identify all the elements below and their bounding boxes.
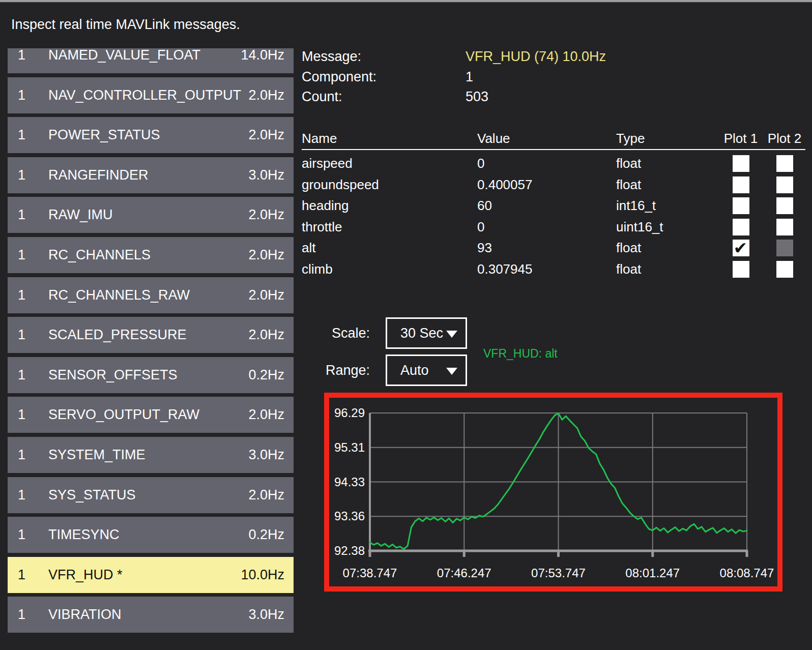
sidebar-item-sensor-offsets[interactable]: 1SENSOR_OFFSETS0.2Hz [8,357,294,393]
message-count: 1 [18,517,25,553]
chevron-down-icon [446,331,457,338]
plot1-cell [718,261,764,278]
field-value: 0.307945 [477,259,616,280]
message-name: VFR_HUD * [48,557,123,593]
message-count: 1 [18,597,25,633]
field-value: 0 [477,217,616,238]
message-rate: 2.0Hz [248,197,284,233]
message-rate: 2.0Hz [248,117,284,153]
message-name: NAMED_VALUE_FLOAT [48,48,200,73]
plot2-cell [764,219,805,235]
plot2-checkbox-groundspeed[interactable] [776,176,793,193]
message-rate: 0.2Hz [248,357,284,393]
message-field: Message:VFR_HUD (74) 10.0Hz [302,47,800,67]
plot1-checkbox-groundspeed[interactable] [733,176,749,193]
message-name: RC_CHANNELS [48,237,151,273]
plot2-cell [764,197,805,214]
sidebar-item-rangefinder[interactable]: 1RANGEFINDER3.0Hz [8,157,294,193]
message-rate: 3.0Hz [248,597,284,633]
message-label: Message: [302,47,466,67]
range-dropdown[interactable]: Auto [386,354,467,386]
sidebar-item-rc-channels-raw[interactable]: 1RC_CHANNELS_RAW2.0Hz [8,277,294,313]
sidebar-item-raw-imu[interactable]: 1RAW_IMU2.0Hz [8,197,294,233]
message-rate: 2.0Hz [248,77,284,113]
table-row-heading: heading60int16_t [302,195,805,217]
count-value: 503 [466,89,488,104]
x-tick-label: 07:38.747 [343,566,397,580]
message-count: 1 [18,117,25,153]
sidebar-item-timesync[interactable]: 1TIMESYNC0.2Hz [8,517,294,553]
message-rate: 2.0Hz [248,397,284,433]
col-header-plot1: Plot 1 [718,127,764,150]
message-count: 1 [18,77,25,113]
plot2-checkbox-airspeed[interactable] [776,155,793,172]
message-name: SYSTEM_TIME [48,437,146,473]
sidebar-item-system-time[interactable]: 1SYSTEM_TIME3.0Hz [8,437,294,473]
col-header-name: Name [302,127,477,150]
field-value: 0 [477,153,616,174]
sidebar-item-sys-status[interactable]: 1SYS_STATUS2.0Hz [8,477,294,513]
plot2-checkbox-heading[interactable] [776,197,793,214]
plot1-checkbox-alt-checked[interactable] [733,240,749,256]
plot1-checkbox-heading[interactable] [733,197,749,214]
range-dropdown-value: Auto [400,363,429,378]
x-tick-label: 08:08.747 [720,566,774,580]
message-name: POWER_STATUS [48,117,160,153]
y-tick-label: 96.29 [334,406,365,420]
sidebar-item-scaled-pressure[interactable]: 1SCALED_PRESSURE2.0Hz [8,317,294,353]
message-name: NAV_CONTROLLER_OUTPUT [48,77,241,113]
message-count: 1 [18,197,25,233]
message-name: RANGEFINDER [48,157,149,193]
field-name: climb [302,259,477,280]
plot2-checkbox-climb[interactable] [776,261,793,278]
sidebar-item-servo-output-raw[interactable]: 1SERVO_OUTPUT_RAW2.0Hz [8,397,294,433]
y-tick-label: 93.36 [334,509,365,523]
message-list: 1NAMED_VALUE_FLOAT14.0Hz1NAV_CONTROLLER_… [8,48,294,634]
sidebar-item-vibration[interactable]: 1VIBRATION3.0Hz [8,597,294,633]
sidebar-item-power-status[interactable]: 1POWER_STATUS2.0Hz [8,117,294,153]
message-rate: 14.0Hz [241,48,284,73]
message-count: 1 [18,277,25,313]
plot2-cell [764,176,805,193]
plot1-checkbox-airspeed[interactable] [733,155,749,172]
col-header-plot2: Plot 2 [764,127,805,150]
field-table: Name Value Type Plot 1 Plot 2 airspeed0f… [302,127,805,280]
col-header-type: Type [616,127,718,150]
scale-dropdown[interactable]: 30 Sec [386,317,467,349]
message-detail-fields: Message:VFR_HUD (74) 10.0Hz Component:1 … [302,47,800,107]
message-rate: 0.2Hz [248,517,284,553]
y-tick-label: 95.31 [334,440,365,454]
plot1-checkbox-throttle[interactable] [733,219,749,235]
table-row-airspeed: airspeed0float [302,153,805,174]
sidebar-item-vfr-hud[interactable]: 1VFR_HUD *10.0Hz [8,557,294,593]
table-row-groundspeed: groundspeed0.400057float [302,174,805,196]
table-row-climb: climb0.307945float [302,259,805,280]
message-count: 1 [18,397,25,433]
plot1-cell [718,197,764,214]
field-type: float [616,259,718,280]
plot1-chart: 96.2995.3194.3393.3692.3807:38.74707:46.… [324,393,782,592]
plot2-checkbox-alt [776,240,793,256]
plot2-checkbox-throttle[interactable] [776,219,793,235]
field-name: alt [302,238,477,259]
sidebar-item-rc-channels[interactable]: 1RC_CHANNELS2.0Hz [8,237,294,273]
message-name: SCALED_PRESSURE [48,317,187,353]
sidebar-item-named-value-float[interactable]: 1NAMED_VALUE_FLOAT14.0Hz [8,48,294,73]
x-tick-label: 07:46.247 [437,566,491,580]
message-name: RC_CHANNELS_RAW [48,277,190,313]
x-tick-label: 07:53.747 [531,566,586,580]
plot1-cell [718,240,764,256]
message-count: 1 [18,48,25,73]
field-type: uint16_t [616,217,718,238]
message-rate: 2.0Hz [248,277,284,313]
sidebar-item-nav-controller-output[interactable]: 1NAV_CONTROLLER_OUTPUT2.0Hz [8,77,294,113]
message-name: RAW_IMU [48,197,113,233]
message-rate: 2.0Hz [248,317,284,353]
plot1-checkbox-climb[interactable] [733,261,749,278]
count-field: Count:503 [302,87,800,107]
message-count: 1 [18,157,25,193]
message-rate: 3.0Hz [248,437,284,473]
chevron-down-icon [446,368,457,375]
field-value: 93 [477,238,616,259]
field-name: airspeed [302,153,477,174]
